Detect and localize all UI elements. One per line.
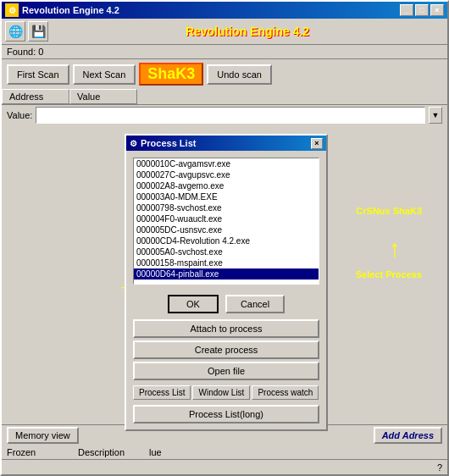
process-item[interactable]: 000005A0-svchost.exe [134,246,319,257]
app-icon: ⚙ [5,3,19,17]
value-row: Value: ▼ [2,105,447,125]
description-col-header: Description [78,447,146,457]
status-bar: ? [2,459,447,474]
tab-row: Process List Window List Process watch [130,383,323,402]
found-label: Found: [7,47,36,57]
process-item[interactable]: 000005DC-usnsvc.exe [134,224,319,235]
modal-title-bar: ⚙ Process List × [126,136,326,151]
first-scan-button[interactable]: First Scan [7,64,69,85]
scan-row: First Scan Next Scan ShaK3 Undo scan [2,59,447,89]
process-list-long-button[interactable]: Process List(long) [133,405,319,423]
modal-title-icon: ⚙ [130,139,137,148]
add-adress-button[interactable]: Add Adress [374,427,442,444]
modal-close-button[interactable]: × [311,138,323,149]
value-arrow-button[interactable]: ▼ [429,107,442,124]
value-input[interactable] [36,107,425,124]
process-item[interactable]: 00000798-svchost.exe [134,202,319,213]
app-title: Revolution Engine 4.2 [51,25,444,38]
action-buttons: Attach to process Create process Open fi… [130,317,323,383]
process-item[interactable]: 0000027C-avgupsvc.exe [134,169,319,180]
minimize-button[interactable]: _ [400,4,413,16]
tab-window-list[interactable]: Window List [192,385,250,400]
process-list-dialog: ⚙ Process List × 0000010C-avgamsvr.exe00… [125,134,328,431]
question-mark: ? [437,462,442,473]
maximize-button[interactable]: □ [415,4,429,16]
process-item[interactable]: 00000CD4-Revolution 4.2.exe [134,235,319,246]
process-item[interactable]: 00000D64-pinball.exe [134,268,319,280]
columns-row: Frozen Description lue [2,446,447,459]
main-window: ⚙ Revolution Engine 4.2 _ □ × 🌐 💾 Revolu… [0,0,449,476]
process-item[interactable]: 000003A0-MDM.EXE [134,191,319,202]
process-item[interactable]: 000004F0-wuauclt.exe [134,213,319,224]
toolbar-icon-1[interactable]: 🌐 [5,21,25,42]
toolbar-icon-2[interactable]: 💾 [28,21,48,42]
bottom-section: Memory view Add Adress Frozen Descriptio… [2,424,447,474]
toolbar: 🌐 💾 Revolution Engine 4.2 [2,19,447,45]
open-file-button[interactable]: Open file [133,362,319,380]
found-value: 0 [38,47,43,57]
window-title: Revolution Engine 4.2 [22,5,119,15]
close-button[interactable]: × [430,4,444,16]
attach-to-process-button[interactable]: Attach to process [133,319,319,338]
create-process-button[interactable]: Create process [133,340,319,359]
title-bar-left: ⚙ Revolution Engine 4.2 [5,3,119,17]
modal-title-left: ⚙ Process List [130,138,196,148]
found-bar: Found: 0 [2,45,447,59]
process-list-long-row: Process List(long) [130,402,323,426]
process-item[interactable]: 00000158-mspaint.exe [134,257,319,268]
undo-scan-button[interactable]: Undo scan [207,64,272,85]
value-col-header: lue [149,447,217,457]
process-listbox[interactable]: 0000010C-avgamsvr.exe0000027C-avgupsvc.e… [133,158,319,285]
frozen-col-header: Frozen [7,447,75,457]
modal-buttons: OK Cancel [126,291,326,317]
memory-view-button[interactable]: Memory view [7,427,79,444]
tab-process-watch[interactable]: Process watch [252,385,319,400]
tab-process-list[interactable]: Process List [133,385,191,400]
process-item[interactable]: 000002A8-avgemo.exe [134,180,319,191]
table-header: Address Value [2,89,447,105]
title-buttons: _ □ × [400,4,444,16]
main-content: CrSNus ShaK3 ↑ Select Process → ⚙ Proces… [2,125,447,388]
ok-button[interactable]: OK [168,295,219,313]
next-scan-button[interactable]: Next Scan [73,64,136,85]
shak3-badge: ShaK3 [139,63,203,86]
title-bar: ⚙ Revolution Engine 4.2 _ □ × [2,2,447,19]
process-listbox-container: 0000010C-avgamsvr.exe0000027C-avgupsvc.e… [130,154,323,288]
process-item[interactable]: 0000010C-avgamsvr.exe [134,158,319,169]
col-value-header: Value [69,89,137,104]
modal-title-text: Process List [141,138,196,148]
col-address-header: Address [2,89,69,104]
cancel-button[interactable]: Cancel [225,295,285,313]
modal-overlay: ⚙ Process List × 0000010C-avgamsvr.exe00… [2,125,447,388]
value-label: Value: [7,110,32,120]
